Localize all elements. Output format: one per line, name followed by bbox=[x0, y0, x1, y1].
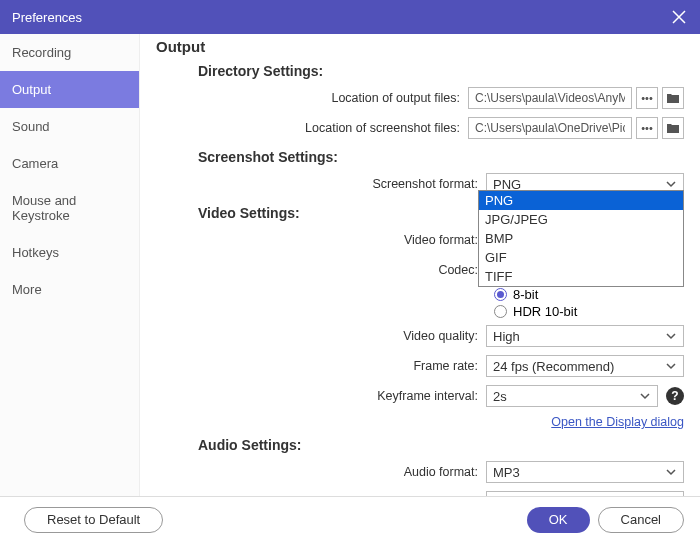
frame-rate-label: Frame rate: bbox=[156, 359, 486, 373]
content: Output Directory Settings: Location of o… bbox=[140, 34, 700, 496]
output-path-folder-button[interactable] bbox=[662, 87, 684, 109]
frame-rate-value: 24 fps (Recommend) bbox=[493, 359, 614, 374]
close-icon[interactable] bbox=[670, 8, 688, 26]
keyframe-label: Keyframe interval: bbox=[156, 389, 486, 403]
radio-hdr10bit-label: HDR 10-bit bbox=[513, 304, 577, 319]
audio-section-title: Audio Settings: bbox=[198, 437, 684, 453]
titlebar: Preferences bbox=[0, 0, 700, 34]
chevron-down-icon bbox=[665, 178, 677, 190]
screenshot-format-label: Screenshot format: bbox=[156, 177, 486, 191]
page-title: Output bbox=[156, 38, 684, 55]
video-format-label: Video format: bbox=[156, 233, 486, 247]
audio-format-label: Audio format: bbox=[156, 465, 486, 479]
radio-8bit[interactable] bbox=[494, 288, 507, 301]
output-path-more-button[interactable]: ••• bbox=[636, 87, 658, 109]
keyframe-select[interactable]: 2s bbox=[486, 385, 658, 407]
main: Recording Output Sound Camera Mouse and … bbox=[0, 34, 700, 496]
screenshot-path-input[interactable] bbox=[468, 117, 632, 139]
sidebar-item-more[interactable]: More bbox=[0, 271, 139, 308]
audio-format-select[interactable]: MP3 bbox=[486, 461, 684, 483]
video-quality-select[interactable]: High bbox=[486, 325, 684, 347]
sidebar: Recording Output Sound Camera Mouse and … bbox=[0, 34, 140, 496]
sidebar-item-output[interactable]: Output bbox=[0, 71, 139, 108]
window-title: Preferences bbox=[12, 10, 82, 25]
video-quality-value: High bbox=[493, 329, 520, 344]
screenshot-section-title: Screenshot Settings: bbox=[198, 149, 684, 165]
dropdown-option-gif[interactable]: GIF bbox=[479, 248, 683, 267]
audio-format-value: MP3 bbox=[493, 465, 520, 480]
frame-rate-select[interactable]: 24 fps (Recommend) bbox=[486, 355, 684, 377]
output-path-input[interactable] bbox=[468, 87, 632, 109]
dropdown-option-png[interactable]: PNG bbox=[479, 191, 683, 210]
keyframe-help-icon[interactable]: ? bbox=[666, 387, 684, 405]
screenshot-path-more-button[interactable]: ••• bbox=[636, 117, 658, 139]
sidebar-item-camera[interactable]: Camera bbox=[0, 145, 139, 182]
folder-icon bbox=[666, 122, 680, 134]
sidebar-item-recording[interactable]: Recording bbox=[0, 34, 139, 71]
cancel-button[interactable]: Cancel bbox=[598, 507, 684, 533]
dropdown-option-bmp[interactable]: BMP bbox=[479, 229, 683, 248]
chevron-down-icon bbox=[639, 390, 651, 402]
dropdown-option-tiff[interactable]: TIFF bbox=[479, 267, 683, 286]
display-dialog-link[interactable]: Open the Display dialog bbox=[156, 415, 684, 429]
sidebar-item-mouse-keystroke[interactable]: Mouse and Keystroke bbox=[0, 182, 139, 234]
video-codec-label: Codec: bbox=[156, 263, 486, 277]
footer: Reset to Default OK Cancel bbox=[0, 496, 700, 542]
chevron-down-icon bbox=[665, 466, 677, 478]
directory-section-title: Directory Settings: bbox=[198, 63, 684, 79]
ok-button[interactable]: OK bbox=[527, 507, 590, 533]
keyframe-value: 2s bbox=[493, 389, 507, 404]
screenshot-format-dropdown[interactable]: PNG JPG/JPEG BMP GIF TIFF bbox=[478, 190, 684, 287]
radio-hdr10bit[interactable] bbox=[494, 305, 507, 318]
sidebar-item-sound[interactable]: Sound bbox=[0, 108, 139, 145]
video-quality-label: Video quality: bbox=[156, 329, 486, 343]
folder-icon bbox=[666, 92, 680, 104]
dropdown-option-jpg[interactable]: JPG/JPEG bbox=[479, 210, 683, 229]
reset-button[interactable]: Reset to Default bbox=[24, 507, 163, 533]
chevron-down-icon bbox=[665, 330, 677, 342]
screenshot-path-folder-button[interactable] bbox=[662, 117, 684, 139]
output-path-label: Location of output files: bbox=[156, 91, 468, 105]
radio-8bit-label: 8-bit bbox=[513, 287, 538, 302]
chevron-down-icon bbox=[665, 360, 677, 372]
screenshot-path-label: Location of screenshot files: bbox=[156, 121, 468, 135]
sidebar-item-hotkeys[interactable]: Hotkeys bbox=[0, 234, 139, 271]
